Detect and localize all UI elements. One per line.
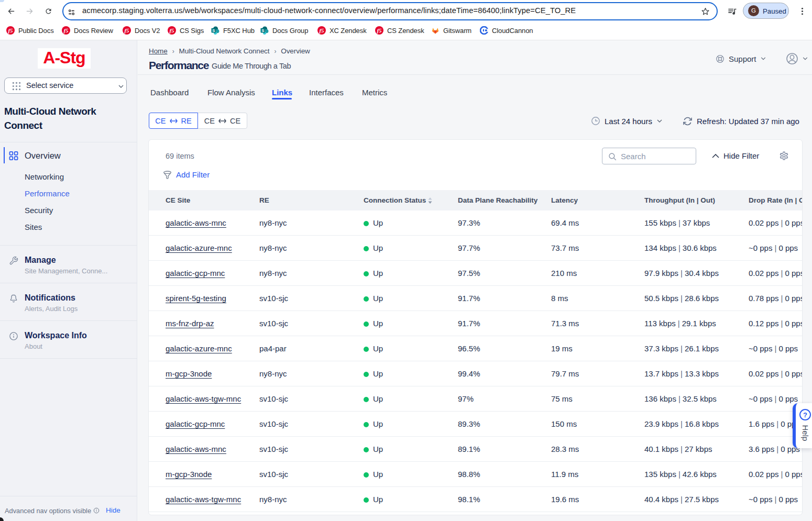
svg-text:?: ? — [803, 411, 807, 419]
svg-text:S: S — [212, 28, 215, 33]
svg-text:S: S — [261, 28, 264, 33]
